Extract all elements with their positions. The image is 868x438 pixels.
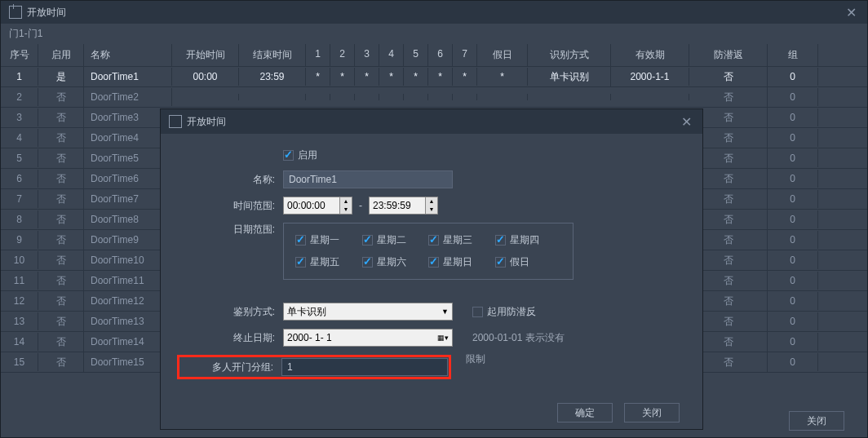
cell-valid: 2000-1-1 <box>611 68 689 86</box>
name-field[interactable] <box>283 170 453 188</box>
cell-group: 0 <box>768 129 818 147</box>
cell-d4 <box>379 94 404 100</box>
col-d2: 2 <box>330 44 355 66</box>
dialog-title: 开放时间 <box>187 115 226 129</box>
time-end-stepper[interactable]: ▲▼ <box>369 197 438 215</box>
col-name: 名称 <box>84 44 172 66</box>
table-row[interactable]: 1是DoorTime100:0023:59********单卡识别2000-1-… <box>1 67 867 87</box>
day-sat-checkbox[interactable]: 星期六 <box>362 255 429 269</box>
cell-seq: 14 <box>1 333 38 351</box>
col-holiday: 假日 <box>477 44 528 66</box>
col-enable: 启用 <box>38 44 84 66</box>
enddate-label: 终止日期: <box>177 331 275 345</box>
enddate-field[interactable]: 2000- 1- 1 ▦▾ <box>283 329 453 347</box>
col-d5: 5 <box>404 44 428 66</box>
cell-valid <box>611 94 689 100</box>
cell-enable: 否 <box>38 271 84 291</box>
check-icon <box>472 307 483 317</box>
cell-enable: 否 <box>38 128 84 148</box>
cell-name: DoorTime9 <box>84 231 172 249</box>
close-button[interactable]: 关闭 <box>789 411 844 431</box>
cell-seq: 4 <box>1 129 38 147</box>
cell-seq: 11 <box>1 272 38 290</box>
day-sun-checkbox[interactable]: 星期日 <box>428 255 495 269</box>
cell-d6: * <box>428 68 453 86</box>
chevron-up-icon[interactable]: ▲ <box>426 197 437 206</box>
cell-name: DoorTime7 <box>84 190 172 208</box>
day-wed-checkbox[interactable]: 星期三 <box>428 233 495 247</box>
cell-seq: 10 <box>1 251 38 269</box>
group-label: 多人开门分组: <box>180 361 273 374</box>
cell-enable: 否 <box>38 169 84 189</box>
table-row[interactable]: 2否DoorTime2否0 <box>1 87 867 108</box>
cell-recognize <box>528 94 611 100</box>
day-hol-checkbox[interactable]: 假日 <box>495 255 562 269</box>
cell-seq: 3 <box>1 108 38 126</box>
cell-group: 0 <box>768 292 818 310</box>
group-field[interactable] <box>281 358 448 376</box>
window-title: 开放时间 <box>27 6 66 20</box>
cell-name: DoorTime14 <box>84 333 172 351</box>
day-mon-checkbox[interactable]: 星期一 <box>295 233 362 247</box>
cell-d2: * <box>330 68 355 86</box>
chevron-up-icon[interactable]: ▲ <box>340 197 352 206</box>
day-tue-checkbox[interactable]: 星期二 <box>362 233 429 247</box>
time-start-stepper[interactable]: ▲▼ <box>283 197 352 215</box>
col-d7: 7 <box>453 44 477 66</box>
cell-name: DoorTime2 <box>84 88 172 106</box>
cell-enable: 否 <box>38 108 84 128</box>
window-icon <box>169 115 182 128</box>
cell-enable: 否 <box>38 189 84 210</box>
table-header: 序号 启用 名称 开始时间 结束时间 1 2 3 4 5 6 7 假日 识别方式… <box>1 44 867 67</box>
cell-enable: 否 <box>38 250 84 271</box>
cell-name: DoorTime1 <box>84 68 172 86</box>
cell-enable: 否 <box>38 332 84 352</box>
recognize-label: 鉴别方式: <box>177 305 275 319</box>
cell-name: DoorTime13 <box>84 312 172 330</box>
cell-seq: 2 <box>1 88 38 106</box>
chevron-down-icon[interactable]: ▼ <box>340 206 352 214</box>
cell-enable: 否 <box>38 210 84 230</box>
cell-name: DoorTime15 <box>84 353 172 371</box>
anti-checkbox[interactable]: 起用防潜反 <box>472 305 536 319</box>
col-d3: 3 <box>355 44 379 66</box>
close-button[interactable]: 关闭 <box>624 403 680 423</box>
cell-d1 <box>306 94 330 100</box>
col-seq: 序号 <box>1 44 38 66</box>
cell-seq: 7 <box>1 190 38 208</box>
cell-anti: 否 <box>689 67 768 87</box>
col-recognize: 识别方式 <box>528 44 611 66</box>
days-group: 星期一 星期二 星期三 星期四 星期五 星期六 星期日 假日 <box>283 223 574 280</box>
day-fri-checkbox[interactable]: 星期五 <box>295 255 362 269</box>
cell-enable: 否 <box>38 87 84 108</box>
cell-group: 0 <box>768 149 818 167</box>
cell-enable: 是 <box>38 67 84 87</box>
daterange-label: 日期范围: <box>177 223 275 237</box>
breadcrumb: 门1-门1 <box>1 24 867 44</box>
recognize-select[interactable]: 单卡识别 ▼ <box>283 303 453 321</box>
cell-holiday <box>477 94 528 100</box>
cell-d2 <box>330 94 355 100</box>
close-icon[interactable]: ✕ <box>673 113 699 131</box>
main-titlebar: 开放时间 ✕ <box>1 1 867 24</box>
chevron-down-icon[interactable]: ▼ <box>426 206 437 214</box>
day-thu-checkbox[interactable]: 星期四 <box>495 233 562 247</box>
enddate-hint2: 限制 <box>466 352 485 366</box>
cell-group: 0 <box>768 108 818 126</box>
cell-seq: 9 <box>1 231 38 249</box>
ok-button[interactable]: 确定 <box>557 403 613 423</box>
enable-checkbox[interactable]: 启用 <box>283 148 317 162</box>
dialog-titlebar: 开放时间 ✕ <box>161 109 702 134</box>
cell-end: 23:59 <box>239 68 306 86</box>
cell-d5: * <box>404 68 428 86</box>
cell-seq: 8 <box>1 210 38 228</box>
close-icon[interactable]: ✕ <box>838 3 864 21</box>
cell-seq: 1 <box>1 68 38 86</box>
cell-name: DoorTime4 <box>84 129 172 147</box>
cell-group: 0 <box>768 353 818 371</box>
cell-name: DoorTime3 <box>84 108 172 126</box>
cell-name: DoorTime5 <box>84 149 172 167</box>
cell-holiday: * <box>477 68 528 86</box>
cell-anti: 否 <box>689 87 768 108</box>
window-icon <box>9 6 22 19</box>
